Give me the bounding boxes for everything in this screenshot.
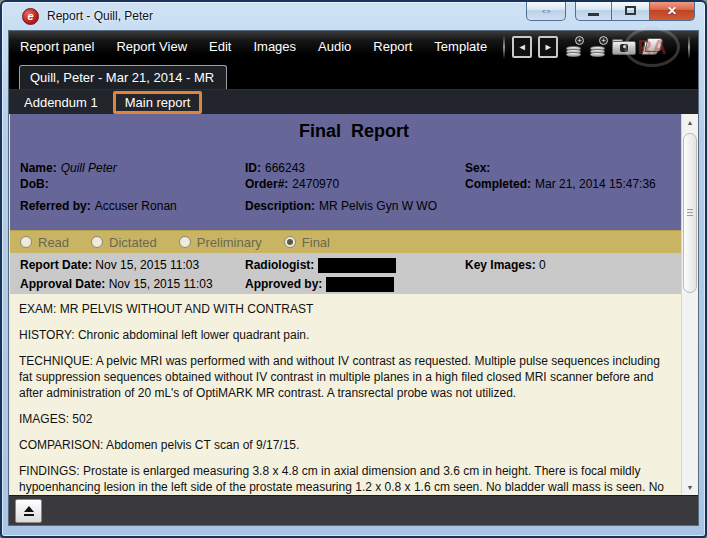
export-folder-icon[interactable] <box>612 37 636 57</box>
report-header: Final Report Name:Quill Peter ID:666243 … <box>10 114 698 230</box>
bottom-bar <box>9 495 698 525</box>
menu-template[interactable]: Template <box>423 39 498 54</box>
scrollbar-thumb[interactable] <box>683 133 697 293</box>
minimize-button[interactable] <box>575 1 611 21</box>
menu-audio[interactable]: Audio <box>307 39 362 54</box>
dictation-stack-add-icon-2[interactable]: + <box>588 37 606 57</box>
radio-read[interactable]: Read <box>20 235 69 250</box>
meta-radiologist: Radiologist: <box>245 256 465 275</box>
previous-report-icon[interactable]: ◄ <box>512 36 532 58</box>
paragraph-findings: FINDINGS: Prostate is enlarged measuring… <box>19 463 672 495</box>
report-window: e Report - Quill, Peter ⇔ ✕ Report panel… <box>0 0 707 538</box>
field-description: Description:MR Pelvis Gyn W WO <box>245 198 465 214</box>
eject-icon <box>24 514 34 516</box>
toolbar-separator <box>688 35 690 59</box>
close-button[interactable]: ✕ <box>649 1 695 21</box>
menu-report[interactable]: Report <box>362 39 423 54</box>
maximize-button[interactable] <box>611 1 649 21</box>
paragraph-images: IMAGES: 502 <box>19 411 672 427</box>
report-body-text[interactable]: EXAM: MR PELVIS WITHOUT AND WITH CONTRAS… <box>10 294 698 495</box>
redacted-radiologist <box>318 258 396 273</box>
dictation-stack-add-icon[interactable]: + <box>564 37 582 57</box>
field-referred-by: Referred by:Accuser Ronan <box>20 198 245 214</box>
report-document: Final Report Name:Quill Peter ID:666243 … <box>9 114 698 495</box>
radio-dictated[interactable]: Dictated <box>91 235 157 250</box>
paragraph-exam: EXAM: MR PELVIS WITHOUT AND WITH CONTRAS… <box>19 301 672 317</box>
scroll-down-icon[interactable]: ▼ <box>682 479 698 495</box>
menu-report-panel[interactable]: Report panel <box>9 39 105 54</box>
meta-key-images: Key Images: 0 <box>465 256 688 275</box>
report-title: Final Report <box>20 121 688 142</box>
app-logo-icon: e <box>22 8 39 25</box>
radio-circle-icon[interactable] <box>179 236 191 248</box>
meta-approved-by: Approved by: <box>245 275 465 294</box>
field-id: ID:666243 <box>245 160 465 176</box>
report-book-icon[interactable] <box>642 37 664 57</box>
plus-badge-icon: + <box>599 36 608 45</box>
study-tab[interactable]: Quill, Peter - Mar 21, 2014 - MR <box>19 65 227 89</box>
meta-report-date: Report Date: Nov 15, 2015 11:03 <box>20 256 245 275</box>
tab-addendum-1[interactable]: Addendum 1 <box>15 93 107 112</box>
titlebar[interactable]: e Report - Quill, Peter ⇔ ✕ <box>8 2 699 30</box>
window-title: Report - Quill, Peter <box>47 9 153 23</box>
vertical-scrollbar[interactable]: ▲ ▼ <box>681 114 698 495</box>
radio-circle-icon[interactable] <box>20 236 32 248</box>
report-status-bar: Read Dictated Preliminary Final <box>10 230 698 253</box>
scroll-up-icon[interactable]: ▲ <box>682 114 698 130</box>
resize-button[interactable]: ⇔ <box>526 1 566 21</box>
eject-icon <box>24 506 34 512</box>
toolbar-separator <box>503 35 505 59</box>
radio-final[interactable]: Final <box>284 235 330 250</box>
paragraph-comparison: COMPARISON: Abdomen pelvis CT scan of 9/… <box>19 437 672 453</box>
report-subtab-bar: Addendum 1 Main report <box>9 89 698 114</box>
radio-preliminary[interactable]: Preliminary <box>179 235 262 250</box>
menu-report-view[interactable]: Report View <box>105 39 198 54</box>
field-dob: DoB: <box>20 176 245 192</box>
field-order-number: Order#:2470970 <box>245 176 465 192</box>
field-name: Name:Quill Peter <box>20 160 245 176</box>
collapse-panel-button[interactable] <box>15 499 42 523</box>
field-completed: Completed:Mar 21, 2014 15:47:36 <box>465 176 688 192</box>
study-tab-bar: Quill, Peter - Mar 21, 2014 - MR <box>9 62 698 89</box>
toolbar: ◄ ► + + <box>512 36 664 58</box>
report-meta-bar: Report Date: Nov 15, 2015 11:03 Radiolog… <box>10 253 698 294</box>
radio-circle-icon[interactable] <box>91 236 103 248</box>
radio-circle-selected-icon[interactable] <box>284 236 296 248</box>
tab-main-report[interactable]: Main report <box>113 91 203 114</box>
paragraph-history: HISTORY: Chronic abdominal left lower qu… <box>19 327 672 343</box>
redacted-approved-by <box>326 277 394 292</box>
menu-edit[interactable]: Edit <box>198 39 242 54</box>
meta-approval-date: Approval Date: Nov 15, 2015 11:03 <box>20 275 245 294</box>
field-sex: Sex: <box>465 160 688 176</box>
menu-images[interactable]: Images <box>242 39 307 54</box>
plus-badge-icon: + <box>575 36 584 45</box>
paragraph-technique: TECHNIQUE: A pelvic MRI was performed wi… <box>19 353 672 401</box>
next-report-icon[interactable]: ► <box>538 36 558 58</box>
menu-bar: Report panel Report View Edit Images Aud… <box>9 31 698 62</box>
